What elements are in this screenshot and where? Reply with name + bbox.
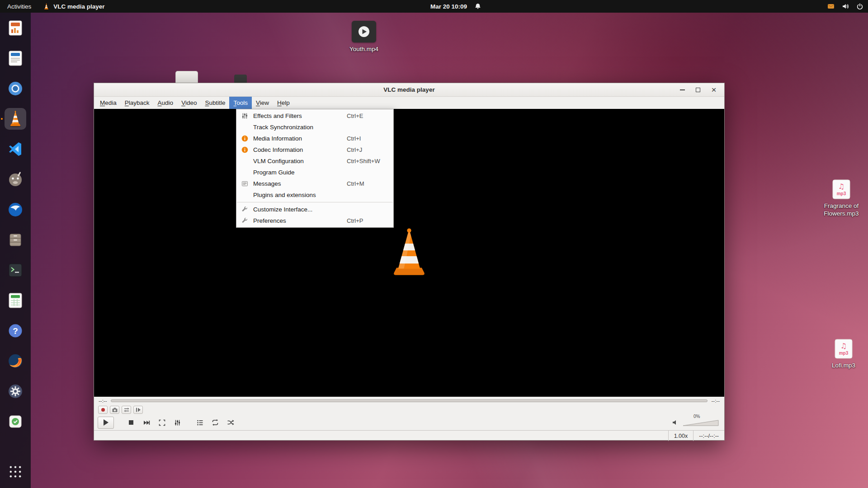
time-display[interactable]: --:--/--:--: [693, 431, 724, 441]
ab-loop-icon: [123, 407, 130, 413]
ab-loop-button[interactable]: [122, 406, 131, 414]
playlist-button[interactable]: [194, 417, 205, 428]
next-media-button[interactable]: [141, 417, 152, 428]
play-icon: [357, 25, 371, 38]
info-icon: [241, 135, 249, 142]
random-button[interactable]: [225, 417, 236, 428]
transport-controls: 0%: [94, 415, 724, 430]
activities-button[interactable]: Activities: [7, 3, 31, 10]
volume-percent: 0%: [693, 414, 700, 419]
menu-item-customize-interface[interactable]: Customize Interface...: [236, 204, 393, 215]
playback-speed[interactable]: 1.00x: [668, 431, 693, 441]
desktop-icon-youth-mp4[interactable]: Youth.mp4: [335, 21, 393, 53]
dock-item-vscode[interactable]: [5, 138, 26, 160]
dock-item-help[interactable]: ?: [5, 320, 26, 342]
menubar-item-playback[interactable]: Playback: [121, 97, 154, 109]
frame-step-icon: [135, 407, 142, 413]
menubar-item-view[interactable]: View: [252, 97, 273, 109]
libreoffice-writer-icon: [6, 49, 24, 67]
menu-item-preferences[interactable]: Preferences Ctrl+P: [236, 215, 393, 226]
volume-slider[interactable]: [683, 420, 719, 426]
tools-dropdown-menu: Effects and Filters Ctrl+E Track Synchro…: [236, 109, 394, 228]
blank-icon: [241, 124, 249, 131]
system-menu-button[interactable]: [827, 3, 868, 10]
dock-item-thunderbird[interactable]: [5, 199, 26, 221]
clock-button[interactable]: Mar 20 10:09: [430, 3, 481, 10]
menu-item-codec-information[interactable]: Codec Information Ctrl+J: [236, 144, 393, 155]
menubar-item-subtitle[interactable]: Subtitle: [201, 97, 229, 109]
dock-item-files[interactable]: [5, 229, 26, 251]
stop-button[interactable]: [126, 417, 137, 428]
dock-item-terminal[interactable]: [5, 259, 26, 281]
vlc-cone-icon: [43, 3, 50, 10]
svg-text:♫: ♫: [838, 182, 844, 191]
thunderbird-icon: [6, 201, 24, 219]
close-icon: ×: [711, 85, 716, 94]
menu-separator: [237, 202, 393, 202]
play-button[interactable]: [98, 417, 114, 429]
play-icon: [103, 419, 109, 426]
files-icon: [6, 231, 24, 249]
blank-icon: [241, 169, 249, 176]
dock-item-chromium[interactable]: [5, 78, 26, 99]
power-icon: [856, 3, 863, 10]
menubar-item-media[interactable]: Media: [96, 97, 121, 109]
vscode-icon: [6, 140, 24, 158]
snapshot-button[interactable]: [110, 406, 119, 414]
menu-item-media-information[interactable]: Media Information Ctrl+I: [236, 133, 393, 144]
extended-settings-button[interactable]: [172, 417, 183, 428]
menu-item-plugins-and-extensions[interactable]: Plugins and extensions: [236, 189, 393, 201]
frame-by-frame-button[interactable]: [133, 406, 143, 414]
status-bar: 1.00x --:--/--:--: [94, 430, 724, 441]
loop-button[interactable]: [210, 417, 221, 428]
dock-item-gimp[interactable]: [5, 169, 26, 190]
dock-item-vlc[interactable]: [5, 108, 26, 130]
focused-app-name: VLC media player: [53, 3, 104, 10]
gimp-icon: [6, 170, 24, 188]
focused-app-menu[interactable]: VLC media player: [43, 3, 104, 10]
close-button[interactable]: ×: [709, 85, 719, 95]
menu-item-effects-and-filters[interactable]: Effects and Filters Ctrl+E: [236, 110, 393, 122]
elapsed-time: --:--: [99, 398, 107, 404]
settings-gear-icon: [6, 382, 24, 400]
skip-next-icon: [143, 420, 150, 426]
dock: ?: [0, 13, 31, 488]
menu-item-vlm-configuration[interactable]: VLM Configuration Ctrl+Shift+W: [236, 155, 393, 167]
menubar-item-tools[interactable]: Tools: [229, 97, 252, 109]
dock-item-libreoffice-writer[interactable]: [5, 47, 26, 69]
seek-slider[interactable]: [111, 399, 708, 402]
desktop-file-partial[interactable]: [175, 71, 198, 83]
shuffle-icon: [227, 419, 234, 426]
record-button[interactable]: [98, 406, 108, 414]
fullscreen-icon: [159, 419, 165, 426]
minimize-button[interactable]: [677, 85, 687, 95]
menubar-item-video[interactable]: Video: [177, 97, 201, 109]
clock-text: Mar 20 10:09: [430, 3, 467, 10]
menu-item-program-guide[interactable]: Program Guide: [236, 167, 393, 178]
svg-text:?: ?: [13, 326, 18, 336]
equalizer-icon: [174, 419, 181, 426]
dock-item-libreoffice-impress[interactable]: [5, 17, 26, 39]
show-applications-button[interactable]: [5, 461, 26, 483]
window-titlebar[interactable]: VLC media player ×: [94, 83, 724, 97]
advanced-controls: [94, 405, 724, 415]
menu-item-track-synchronization[interactable]: Track Synchronization: [236, 122, 393, 133]
dock-item-settings[interactable]: [5, 380, 26, 402]
vlc-cone-logo: [383, 227, 435, 279]
desktop-icon-fragrance-mp3[interactable]: ♫ mp3 Fragrance of Flowers.mp3: [815, 179, 868, 218]
menubar-item-audio[interactable]: Audio: [154, 97, 178, 109]
volume-icon[interactable]: [672, 419, 679, 426]
menu-item-messages[interactable]: Messages Ctrl+M: [236, 178, 393, 189]
dock-item-firefox[interactable]: [5, 350, 26, 372]
menu-bar: Media Playback Audio Video Subtitle Tool…: [94, 97, 724, 109]
maximize-button[interactable]: [693, 85, 703, 95]
menubar-item-help[interactable]: Help: [273, 97, 294, 109]
dock-item-software-center[interactable]: [5, 411, 26, 432]
dock-item-libreoffice-calc[interactable]: [5, 290, 26, 311]
desktop-icon-lofi-mp3[interactable]: ♫ mp3 Lofi.mp3: [814, 339, 868, 370]
mp3-badge: mp3: [839, 351, 849, 356]
wrench-icon: [241, 217, 249, 225]
fullscreen-button[interactable]: [156, 417, 167, 428]
video-area[interactable]: [94, 109, 724, 397]
desktop-file-partial[interactable]: [234, 75, 247, 83]
